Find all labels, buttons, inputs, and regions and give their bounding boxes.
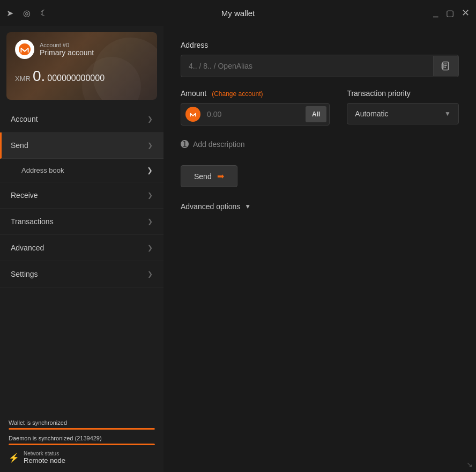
chevron-right-icon: ❯ bbox=[147, 191, 153, 199]
network-status-label: Network status bbox=[24, 451, 65, 456]
balance-whole: 0. bbox=[33, 68, 45, 85]
resize-handle[interactable]: ↘ bbox=[466, 460, 473, 469]
monero-logo bbox=[15, 40, 34, 59]
network-status: ⚡ Network status Remote node bbox=[9, 451, 155, 464]
window-title: My wallet bbox=[221, 9, 255, 18]
sidebar-nav: Account ❯ Send ❯ Address book ❯ Receive … bbox=[0, 106, 163, 287]
chevron-right-icon: ❯ bbox=[147, 142, 153, 149]
send-button[interactable]: Send ➡ bbox=[181, 165, 237, 187]
monero-icon bbox=[185, 107, 200, 122]
network-status-value: Remote node bbox=[24, 456, 65, 464]
arrow-right-icon: ➡ bbox=[217, 171, 224, 181]
network-info: Network status Remote node bbox=[24, 451, 65, 464]
daemon-sync-fill bbox=[9, 444, 155, 445]
open-address-book-button[interactable] bbox=[433, 56, 458, 76]
amount-column: Amount (Change account) All bbox=[181, 89, 330, 126]
amount-input-row: All bbox=[181, 103, 330, 126]
daemon-sync-label: Daemon is synchronized (2139429) bbox=[9, 435, 155, 441]
account-card: Account #0 Primary account XMR 0. 000000… bbox=[6, 32, 157, 100]
add-description-button[interactable]: ➊ Add description bbox=[181, 138, 459, 150]
priority-select[interactable]: Automatic ▼ bbox=[347, 103, 459, 124]
chevron-down-icon: ▼ bbox=[444, 110, 451, 117]
minimize-button[interactable]: ⎯ bbox=[433, 8, 438, 18]
chevron-right-icon: ❯ bbox=[147, 244, 153, 252]
maximize-button[interactable]: ▢ bbox=[446, 8, 454, 18]
wallet-sync-label: Wallet is synchronized bbox=[9, 419, 155, 426]
account-name: Primary account bbox=[40, 48, 94, 57]
send-content: Address Amount (Change account) bbox=[163, 26, 476, 472]
daemon-sync-bar bbox=[9, 444, 155, 445]
account-balance: XMR 0. 000000000000 bbox=[15, 68, 148, 85]
sidebar-item-account[interactable]: Account ❯ bbox=[0, 106, 163, 132]
address-label: Address bbox=[181, 41, 459, 49]
amount-label: Amount (Change account) bbox=[181, 89, 330, 98]
globe-icon[interactable]: ◎ bbox=[23, 8, 31, 18]
main-layout: Account #0 Primary account XMR 0. 000000… bbox=[0, 26, 476, 472]
sidebar-item-send[interactable]: Send ❯ bbox=[0, 132, 163, 159]
priority-label: Transaction priority bbox=[347, 89, 459, 98]
balance-decimals: 000000000000 bbox=[47, 73, 105, 83]
chevron-right-icon: ❯ bbox=[147, 115, 153, 123]
transfer-icon[interactable]: ➤ bbox=[6, 8, 13, 18]
close-button[interactable]: ✕ bbox=[462, 7, 470, 19]
svg-point-6 bbox=[189, 110, 197, 119]
account-header: Account #0 Primary account bbox=[15, 40, 148, 59]
address-input-row bbox=[181, 55, 459, 77]
sidebar-item-settings[interactable]: Settings ❯ bbox=[0, 261, 163, 287]
plus-circle-icon: ➊ bbox=[181, 138, 189, 150]
chevron-down-icon: ▼ bbox=[244, 203, 251, 210]
wallet-sync-bar bbox=[9, 428, 155, 430]
titlebar-left-icons: ➤ ◎ ☾ bbox=[6, 8, 48, 18]
all-button[interactable]: All bbox=[306, 106, 326, 122]
amount-input[interactable] bbox=[205, 105, 303, 124]
moon-icon[interactable]: ☾ bbox=[40, 8, 48, 18]
chevron-right-icon: ❯ bbox=[147, 218, 153, 225]
priority-value: Automatic bbox=[355, 109, 388, 118]
sidebar-item-advanced[interactable]: Advanced ❯ bbox=[0, 235, 163, 261]
titlebar-right-icons: ⎯ ▢ ✕ bbox=[433, 7, 470, 19]
svg-point-0 bbox=[19, 43, 31, 55]
sidebar-status: Wallet is synchronized Daemon is synchro… bbox=[0, 413, 163, 472]
priority-column: Transaction priority Automatic ▼ bbox=[347, 89, 459, 124]
sidebar-item-address-book[interactable]: Address book ❯ bbox=[0, 159, 163, 182]
change-account-link[interactable]: (Change account) bbox=[212, 90, 263, 98]
sidebar-item-receive[interactable]: Receive ❯ bbox=[0, 182, 163, 209]
chevron-right-icon: ❯ bbox=[147, 270, 153, 278]
amount-priority-row: Amount (Change account) All Transaction … bbox=[181, 89, 459, 126]
bolt-icon: ⚡ bbox=[9, 453, 19, 463]
sidebar-item-transactions[interactable]: Transactions ❯ bbox=[0, 209, 163, 235]
account-number: Account #0 bbox=[40, 42, 94, 48]
advanced-options-toggle[interactable]: Advanced options ▼ bbox=[181, 202, 459, 211]
wallet-sync-fill bbox=[9, 428, 155, 430]
address-input[interactable] bbox=[181, 55, 433, 77]
balance-currency: XMR bbox=[15, 75, 31, 83]
titlebar: ➤ ◎ ☾ My wallet ⎯ ▢ ✕ bbox=[0, 0, 476, 26]
account-info: Account #0 Primary account bbox=[40, 42, 94, 57]
sidebar: Account #0 Primary account XMR 0. 000000… bbox=[0, 26, 163, 472]
chevron-right-icon: ❯ bbox=[147, 166, 153, 174]
